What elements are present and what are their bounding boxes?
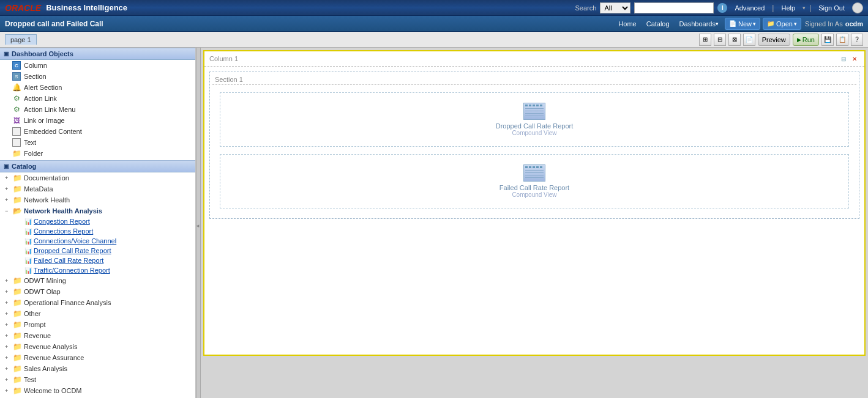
column-properties-btn[interactable]: ⊟	[839, 54, 848, 64]
dashboard-objects-header[interactable]: ▣ Dashboard Objects	[0, 48, 195, 60]
odwt-mining-expand: +	[5, 278, 11, 284]
save-icon-btn[interactable]: 💾	[821, 34, 834, 46]
tree-item-network-health[interactable]: + 📁 Network Health	[0, 194, 195, 205]
sidebar-item-column[interactable]: C Column	[0, 60, 195, 71]
tree-item-welcome[interactable]: + 📁 Welcome to OCDM	[0, 385, 195, 396]
odwt-olap-icon: 📁	[13, 287, 22, 296]
tree-item-dropped-call[interactable]: 📊 Dropped Call Rate Report	[22, 246, 195, 256]
sidebar-item-embedded[interactable]: Embedded Content	[0, 126, 195, 137]
user-icon[interactable]	[852, 2, 863, 13]
tree-item-prompt[interactable]: + 📁 Prompt	[0, 319, 195, 330]
dashboards-btn[interactable]: Dashboards	[675, 17, 724, 31]
tree-item-connections[interactable]: 📊 Connections Report	[22, 226, 195, 236]
dropped-call-doc-icon: 📊	[24, 248, 32, 254]
layout-icon-btn[interactable]: ⊞	[699, 34, 711, 46]
metadata-label: MetaData	[24, 185, 53, 193]
traffic-label: Traffic/Connection Report	[34, 267, 110, 274]
sidebar-item-action-link[interactable]: ⚙ Action Link	[0, 93, 195, 104]
help-btn[interactable]: Help	[777, 4, 799, 12]
congestion-doc-icon: 📊	[24, 218, 32, 225]
other-icon: 📁	[13, 309, 22, 318]
tree-item-network-health-analysis[interactable]: − 📂 Network Health Analysis	[0, 205, 195, 216]
column-icons: ⊟ ✕	[839, 54, 859, 64]
failed-report-type: Compound View	[512, 191, 556, 198]
tree-item-test[interactable]: + 📁 Test	[0, 374, 195, 385]
failed-report-icon	[523, 164, 545, 182]
tree-item-documentation[interactable]: + 📁 Documentation	[0, 172, 195, 183]
tree-item-failed-call[interactable]: 📊 Failed Call Rate Report	[22, 256, 195, 265]
search-label: Search	[575, 4, 597, 12]
help-icon-btn[interactable]: ?	[851, 34, 863, 46]
tree-item-revenue-analysis[interactable]: + 📁 Revenue Analysis	[0, 341, 195, 352]
sidebar-item-folder[interactable]: 📁 Folder	[0, 148, 195, 159]
other-label: Other	[24, 310, 41, 317]
action-link-menu-icon: ⚙	[12, 105, 21, 114]
failed-call-doc-icon: 📊	[24, 257, 32, 264]
dropped-report-name: Dropped Call Rate Report	[496, 122, 574, 130]
tree-item-traffic[interactable]: 📊 Traffic/Connection Report	[22, 265, 195, 275]
text-label: Text	[24, 139, 36, 146]
search-input[interactable]	[634, 2, 714, 13]
sidebar-item-link-image[interactable]: 🖼 Link or Image	[0, 115, 195, 126]
sidebar-item-text[interactable]: Text	[0, 137, 195, 148]
nav-bar: Dropped call and Failed Call Home Catalo…	[0, 16, 868, 32]
column-icon: C	[12, 61, 21, 70]
new-btn[interactable]: 📄 New ▾	[725, 18, 760, 30]
grid-icon-btn[interactable]: ⊟	[714, 34, 726, 46]
tree-item-revenue[interactable]: + 📁 Revenue	[0, 330, 195, 341]
run-btn[interactable]: Run	[793, 34, 819, 46]
signout-btn[interactable]: Sign Out	[815, 4, 848, 12]
text-icon	[12, 138, 21, 147]
catalog-tree: + 📁 Documentation + 📁 MetaData + 📁 Netwo…	[0, 172, 195, 396]
test-label: Test	[24, 376, 36, 383]
add-page-icon-btn[interactable]: 📄	[743, 34, 755, 46]
tree-item-operational[interactable]: + 📁 Operational Finance Analysis	[0, 297, 195, 308]
section-header: Section 1	[212, 75, 856, 85]
report-widget-failed[interactable]: Failed Call Rate Report Compound View	[220, 154, 849, 208]
welcome-label: Welcome to OCDM	[24, 387, 82, 394]
preview-btn[interactable]: Preview	[758, 34, 790, 46]
revenue-assurance-icon: 📁	[13, 353, 22, 362]
tree-item-odwt-olap[interactable]: + 📁 ODWT Olap	[0, 286, 195, 297]
sidebar-item-action-link-menu[interactable]: ⚙ Action Link Menu	[0, 104, 195, 115]
tree-item-other[interactable]: + 📁 Other	[0, 308, 195, 319]
test-icon: 📁	[13, 375, 22, 384]
connections-doc-icon: 📊	[24, 228, 32, 235]
nha-children: 📊 Congestion Report 📊 Connections Report…	[0, 216, 195, 275]
sidebar: ▣ Dashboard Objects C Column S Section 🔔…	[0, 48, 196, 398]
tree-item-odwt-mining[interactable]: + 📁 ODWT Mining	[0, 275, 195, 286]
revenue-icon: 📁	[13, 331, 22, 340]
tree-item-sales[interactable]: + 📁 Sales Analysis	[0, 363, 195, 374]
tree-item-metadata[interactable]: + 📁 MetaData	[0, 183, 195, 194]
prompt-label: Prompt	[24, 321, 45, 328]
search-select[interactable]: All	[600, 2, 630, 13]
tree-item-congestion[interactable]: 📊 Congestion Report	[22, 216, 195, 226]
home-btn[interactable]: Home	[613, 17, 641, 31]
info-icon[interactable]: i	[717, 3, 727, 13]
column-delete-btn[interactable]: ✕	[850, 54, 859, 64]
catalog-btn[interactable]: Catalog	[642, 17, 675, 31]
table-icon-btn[interactable]: ⊠	[728, 34, 741, 46]
page-tab[interactable]: page 1	[5, 34, 37, 45]
column-header: Column 1 ⊟ ✕	[204, 51, 864, 67]
open-btn[interactable]: 📁 Open ▾	[763, 18, 801, 30]
save-as-icon-btn[interactable]: 📋	[836, 34, 848, 46]
report-widget-dropped[interactable]: Dropped Call Rate Report Compound View	[220, 92, 849, 147]
catalog-header[interactable]: ▣ Catalog	[0, 160, 195, 172]
prompt-icon: 📁	[13, 320, 22, 329]
tree-item-connections-voice[interactable]: 📊 Connections/Voice Channel	[22, 236, 195, 246]
dashboard-objects-list: C Column S Section 🔔 Alert Section ⚙ Act…	[0, 60, 195, 159]
tree-item-revenue-assurance[interactable]: + 📁 Revenue Assurance	[0, 352, 195, 363]
sidebar-item-section[interactable]: S Section	[0, 71, 195, 82]
connections-voice-label: Connections/Voice Channel	[34, 237, 116, 245]
username-label: ocdm	[845, 20, 863, 28]
dropped-report-type: Compound View	[512, 130, 556, 136]
welcome-expand: +	[5, 388, 11, 394]
link-image-icon: 🖼	[12, 116, 21, 125]
page-title-label: Dropped call and Failed Call	[5, 20, 103, 28]
documentation-label: Documentation	[24, 174, 69, 182]
resize-handle[interactable]	[196, 48, 201, 398]
top-bar: ORACLE Business Intelligence Search All …	[0, 0, 868, 16]
sidebar-item-alert-section[interactable]: 🔔 Alert Section	[0, 82, 195, 93]
advanced-btn[interactable]: Advanced	[731, 4, 768, 12]
